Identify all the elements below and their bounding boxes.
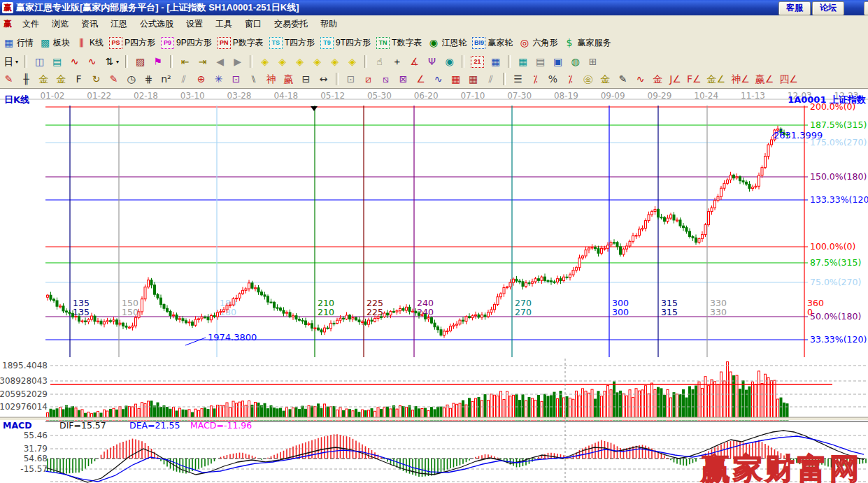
calendar-tool[interactable]: 21 bbox=[471, 56, 484, 68]
selected-region-tool[interactable]: ◉ bbox=[443, 56, 455, 68]
quotes-button[interactable]: ▦行情 bbox=[3, 37, 34, 49]
ying-tool[interactable]: 赢 bbox=[283, 73, 294, 85]
red-grid-tool[interactable]: ▦ bbox=[450, 73, 462, 85]
t-square-button[interactable]: TST四方形 bbox=[269, 37, 315, 49]
period-day-dropdown[interactable]: 日▾ bbox=[3, 56, 18, 68]
menu-item-浏览[interactable]: 浏览 bbox=[45, 18, 75, 30]
menu-item-工具[interactable]: 工具 bbox=[209, 18, 239, 30]
angle-gold-tool[interactable]: 金∠ bbox=[707, 73, 726, 85]
n-square-tool[interactable]: n² bbox=[160, 73, 172, 85]
kline-chart-canvas[interactable]: 01-0201-2202-1803-1003-2804-1805-1205-30… bbox=[0, 89, 868, 483]
target-cross-tool[interactable]: ⊕ bbox=[195, 73, 207, 85]
tick-lines-tool[interactable]: ⋕ bbox=[143, 73, 155, 85]
crosshair-tool[interactable]: ＋ bbox=[391, 56, 403, 68]
kline-button[interactable]: ⫼K线 bbox=[76, 37, 104, 49]
menu-item-设置[interactable]: 设置 bbox=[180, 18, 209, 30]
customer-service-button[interactable]: 客服 bbox=[778, 1, 811, 15]
next-button[interactable]: ▶ bbox=[232, 56, 243, 68]
gold-line-tool-2[interactable]: 金 bbox=[55, 73, 67, 85]
pattern-box-tool[interactable]: ▨ bbox=[134, 56, 146, 68]
wave-line-tool[interactable]: ∿ bbox=[432, 73, 444, 85]
menu-item-江恩[interactable]: 江恩 bbox=[104, 18, 134, 30]
red-grid2-tool[interactable]: ▦ bbox=[467, 73, 479, 85]
diamond-zoomout-button[interactable]: ◈ bbox=[346, 56, 358, 68]
winner-wheel-button[interactable]: Bi9赢家轮 bbox=[472, 37, 513, 49]
trident-tool[interactable]: Ψ bbox=[426, 56, 438, 68]
calculator-tool[interactable]: ▦ bbox=[490, 56, 501, 68]
diamond-shrink-button[interactable]: ◈ bbox=[311, 56, 323, 68]
gold-angle-tool[interactable]: 金 bbox=[652, 73, 664, 85]
web-button[interactable]: ◍ bbox=[569, 56, 581, 68]
gann-wheel-button[interactable]: ◉江恩轮 bbox=[427, 37, 467, 49]
angle-si-tool[interactable]: 四∠ bbox=[779, 73, 798, 85]
percent-line-tool[interactable]: ⁒ bbox=[529, 73, 541, 85]
span-arrow-tool[interactable]: ↔ bbox=[318, 73, 329, 85]
gold-line-tool-1[interactable]: 金 bbox=[38, 73, 50, 85]
9t-square-button[interactable]: T99T四方形 bbox=[320, 37, 371, 49]
partial-button[interactable] bbox=[864, 1, 868, 15]
p-square-button[interactable]: PSP四方形 bbox=[109, 37, 155, 49]
menu-item-资讯[interactable]: 资讯 bbox=[75, 18, 104, 30]
winner-service-button[interactable]: $赢家服务 bbox=[563, 37, 611, 49]
window-mask-tool[interactable]: ◫ bbox=[34, 56, 45, 68]
diamond-right-button[interactable]: ◈ bbox=[276, 56, 288, 68]
candle-style-dropdown[interactable]: ⇅▾ bbox=[104, 56, 119, 68]
grid-lines-tool[interactable]: ╫ bbox=[20, 73, 32, 85]
angle-line-tool[interactable]: ∠ bbox=[415, 73, 427, 85]
bar-pair-tool[interactable]: ⑊ bbox=[248, 73, 259, 85]
scale-list-tool[interactable]: ☰ bbox=[512, 73, 524, 85]
shen-tool[interactable]: 神 bbox=[265, 73, 277, 85]
star-burst-tool[interactable]: ✳ bbox=[213, 73, 225, 85]
wave-channel-tool[interactable]: ∿ bbox=[634, 73, 646, 85]
menu-item-交易委托[interactable]: 交易委托 bbox=[268, 18, 314, 30]
ink-pen-tool[interactable]: ✎ bbox=[617, 73, 629, 85]
diamond-zoomin-button[interactable]: ◈ bbox=[329, 56, 341, 68]
fan-box-tool[interactable]: ⧅ bbox=[380, 73, 392, 85]
select-box-tool[interactable]: ⊡ bbox=[345, 73, 357, 85]
angle-F-tool[interactable]: F∠ bbox=[687, 73, 702, 85]
time-circle-tool[interactable]: ◷ bbox=[125, 73, 137, 85]
9p-square-button[interactable]: P99P四方形 bbox=[161, 37, 212, 49]
diamond-left-button[interactable]: ◈ bbox=[259, 56, 271, 68]
marker-pen-tool[interactable]: ✎ bbox=[108, 73, 120, 85]
slash-lines-tool[interactable]: ⫽ bbox=[485, 73, 497, 85]
angle-J-tool[interactable]: J∠ bbox=[669, 73, 681, 85]
fibonacci-tool[interactable]: F bbox=[73, 73, 85, 85]
color-flag-tool[interactable]: ⚑ bbox=[152, 56, 164, 68]
menu-item-帮助[interactable]: 帮助 bbox=[314, 18, 343, 30]
grid-box-tool[interactable]: ⊡ bbox=[230, 73, 242, 85]
percent-under-tool[interactable]: ⁒ bbox=[564, 73, 576, 85]
diamond-expand-button[interactable]: ◈ bbox=[294, 56, 306, 68]
print-button[interactable]: ⊞ bbox=[587, 56, 599, 68]
spiral-tool[interactable]: ↻ bbox=[90, 73, 102, 85]
info-clipboard-tool[interactable]: ▤ bbox=[51, 56, 63, 68]
circled-gold-tool[interactable]: ㊎ bbox=[582, 73, 594, 85]
ruler-123-tool[interactable]: ⊟ bbox=[300, 73, 312, 85]
save-button[interactable]: ▣ bbox=[552, 56, 564, 68]
angle-measure-tool[interactable]: ∡ bbox=[408, 56, 420, 68]
menu-item-窗口[interactable]: 窗口 bbox=[239, 18, 268, 30]
report-doc-button[interactable]: ▤ bbox=[534, 56, 546, 68]
gold-under-tool[interactable]: 金 bbox=[599, 73, 611, 85]
box-lines-tool[interactable]: ⊠ bbox=[397, 73, 409, 85]
menu-item-公式选股[interactable]: 公式选股 bbox=[134, 18, 180, 30]
forum-button[interactable]: 论坛 bbox=[812, 1, 844, 15]
draw-pencil-tool[interactable]: ✎ bbox=[3, 73, 15, 85]
menu-item-文件[interactable]: 文件 bbox=[16, 18, 45, 30]
mirror-angle-tool[interactable]: ⫽ bbox=[178, 73, 190, 85]
data-grid-button[interactable]: ▦ bbox=[517, 56, 529, 68]
prev-button[interactable]: ◀ bbox=[214, 56, 226, 68]
hexagon-button[interactable]: ◎六角形 bbox=[518, 37, 557, 49]
p-number-table-button[interactable]: PNP数字表 bbox=[218, 37, 264, 49]
t-number-table-button[interactable]: TNT数字表 bbox=[376, 37, 422, 49]
hand-pan-tool[interactable]: ☝ bbox=[373, 56, 385, 68]
first-bar-button[interactable]: ⇤ bbox=[179, 56, 191, 68]
last-bar-button[interactable]: ⇥ bbox=[197, 56, 208, 68]
gann-fan-tool[interactable]: ⧄ bbox=[362, 73, 374, 85]
wave3-tool[interactable]: ∿ bbox=[69, 56, 80, 68]
sectors-button[interactable]: ▩板块 bbox=[39, 37, 70, 49]
wave9-tool[interactable]: ∿ bbox=[86, 56, 98, 68]
chart-area[interactable]: 01-0201-2202-1803-1003-2804-1805-1205-30… bbox=[0, 88, 868, 483]
percent-tool[interactable]: % bbox=[547, 73, 559, 85]
angle-shen-tool[interactable]: 神∠ bbox=[731, 73, 750, 85]
